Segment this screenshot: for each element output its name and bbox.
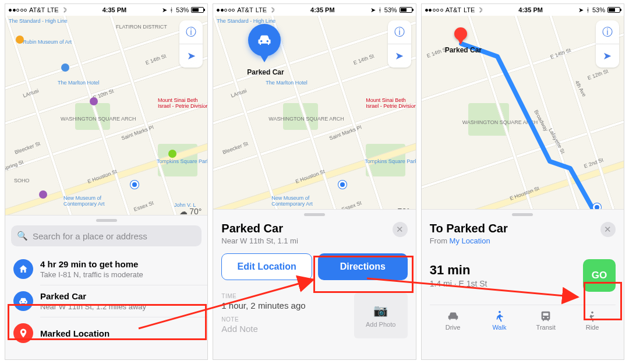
- card-subtitle: Near W 11th St, 1.1 mi: [221, 236, 298, 245]
- sheet-grabber[interactable]: [304, 213, 325, 216]
- from-line: From My Location: [430, 236, 508, 245]
- note-label: NOTE: [221, 316, 348, 323]
- battery-icon: [191, 7, 204, 13]
- screenshot-2: AT&T LTE ☽ 4:35 PM ➤ᚼ 53% The Standard -…: [213, 3, 416, 360]
- mode-drive[interactable]: Drive: [430, 310, 476, 331]
- map-label: WASHINGTON SQUARE ARCH: [61, 116, 136, 122]
- svg-point-1: [591, 312, 593, 314]
- map-view[interactable]: E 14th St E 12th St WASHINGTON SQUARE AR…: [422, 16, 624, 220]
- time-value: 1 hour, 2 minutes ago: [221, 301, 348, 310]
- pin-icon: [13, 323, 33, 343]
- suggestion-title: 4 hr 29 min to get home: [40, 259, 143, 269]
- map-view[interactable]: The Standard - High Line Rubin Museum of…: [5, 16, 207, 220]
- map-label: Mount Sinai Beth Israel - Petrie Divisio…: [366, 97, 415, 109]
- locate-button[interactable]: ➤: [179, 44, 203, 68]
- map-label: Rubin Museum of Art: [23, 39, 72, 45]
- suggestion-marked-location[interactable]: Marked Location: [5, 317, 207, 349]
- directions-card[interactable]: To Parked Car From My Location ✕ 31 min …: [422, 209, 624, 359]
- carrier: AT&T: [29, 6, 45, 13]
- suggestion-parked-car[interactable]: Parked Car Near W 11th St, 1.2 miles awa…: [5, 285, 207, 317]
- map-label: FLATIRON DISTRICT: [116, 24, 167, 30]
- my-location-link[interactable]: My Location: [450, 236, 490, 245]
- svg-point-0: [499, 311, 501, 313]
- card-title: Parked Car: [221, 222, 298, 235]
- destination-pin[interactable]: [454, 27, 467, 40]
- suggestion-sub: Near W 11th St, 1.2 miles away: [40, 302, 146, 311]
- locate-button[interactable]: ➤: [596, 44, 619, 68]
- suggestion-title: Parked Car: [40, 291, 146, 301]
- suggestion-sub: Take I-81 N, traffic is moderate: [40, 270, 143, 279]
- map-label: WASHINGTON SQUARE ARCH: [268, 116, 344, 122]
- car-icon: [13, 291, 33, 311]
- map-label: New Museum of Contemporary Art: [63, 195, 128, 207]
- network: LTE: [47, 6, 58, 13]
- search-input[interactable]: 🔍 Search for a place or address: [11, 225, 202, 246]
- locate-button[interactable]: ➤: [388, 44, 411, 68]
- pin-label: Parked Car: [247, 68, 284, 76]
- map-label: Mount Sinai Beth Israel - Petrie Divisio…: [158, 97, 207, 109]
- clock: 4:35 PM: [103, 6, 127, 13]
- map-controls: ⓘ ➤: [179, 20, 203, 68]
- close-button[interactable]: ✕: [393, 222, 408, 237]
- map-controls: ⓘ ➤: [596, 20, 619, 68]
- poi-icon: [39, 190, 47, 199]
- transport-modes: Drive Walk Transit Ride: [430, 305, 616, 331]
- card-title: To Parked Car: [430, 222, 508, 235]
- map-label: Tompkins Square Park: [365, 158, 415, 164]
- camera-icon: 📷: [373, 303, 388, 317]
- add-photo-button[interactable]: 📷 Add Photo: [354, 293, 408, 338]
- bluetooth-icon: ᚼ: [169, 6, 174, 13]
- screenshot-1: AT&T LTE ☽ 4:35 PM ➤ ᚼ 53%: [5, 3, 208, 360]
- poi-icon: [61, 63, 69, 72]
- info-button[interactable]: ⓘ: [388, 20, 411, 44]
- status-bar: AT&T LTE ☽ 4:35 PM ➤ ᚼ 53%: [5, 4, 207, 16]
- user-location-icon: [130, 181, 139, 189]
- map-view[interactable]: The Standard - High Line The Marlton Hot…: [213, 16, 415, 220]
- trip-detail: 1.4 mi · E 1st St: [430, 279, 487, 288]
- directions-button[interactable]: Directions: [318, 253, 408, 280]
- suggestion-title: Marked Location: [40, 328, 109, 338]
- poi-icon: [90, 97, 98, 105]
- parked-car-pin[interactable]: [248, 24, 281, 56]
- location-icon: ➤: [162, 6, 167, 14]
- mode-walk[interactable]: Walk: [476, 310, 522, 331]
- mode-ride[interactable]: Ride: [569, 310, 616, 331]
- info-button[interactable]: ⓘ: [179, 20, 203, 44]
- bottom-sheet[interactable]: 🔍 Search for a place or address 4 hr 29 …: [5, 215, 207, 359]
- close-button[interactable]: ✕: [600, 222, 616, 237]
- place-card[interactable]: Parked Car Near W 11th St, 1.1 mi ✕ Edit…: [213, 209, 415, 359]
- poi-icon: [168, 150, 176, 158]
- search-icon: 🔍: [17, 231, 28, 241]
- map-label: The Standard - High Line: [217, 18, 275, 24]
- sheet-grabber[interactable]: [512, 213, 533, 216]
- screenshot-3: AT&T LTE ☽ 4:35 PM ➤ᚼ 53% E 14th St E 12…: [421, 3, 624, 360]
- map-controls: ⓘ ➤: [388, 20, 411, 68]
- dnd-icon: ☽: [61, 6, 67, 14]
- sheet-grabber[interactable]: [96, 219, 117, 222]
- pin-label: Parked Car: [445, 46, 482, 54]
- home-icon: [13, 259, 33, 279]
- battery-pct: 53%: [176, 6, 189, 13]
- map-label: Tompkins Square Park: [157, 158, 207, 164]
- mode-transit[interactable]: Transit: [522, 310, 569, 331]
- map-label: The Marlton Hotel: [266, 80, 308, 86]
- map-label: The Standard - High Line: [9, 18, 68, 24]
- status-bar: AT&T LTE ☽ 4:35 PM ➤ᚼ 53%: [213, 4, 415, 16]
- map-label: SOHO: [14, 178, 30, 183]
- map-label: New Museum of Contemporary Art: [271, 195, 335, 207]
- map-label: The Marlton Hotel: [58, 80, 100, 86]
- note-input[interactable]: Add Note: [221, 324, 348, 334]
- search-placeholder: Search for a place or address: [33, 231, 147, 241]
- signal-dots: [9, 9, 27, 12]
- go-button[interactable]: GO: [583, 259, 616, 292]
- status-bar: AT&T LTE ☽ 4:35 PM ➤ᚼ 53%: [422, 4, 624, 16]
- poi-icon: [16, 36, 24, 44]
- time-label: TIME: [221, 293, 348, 299]
- trip-time: 31 min: [430, 263, 487, 278]
- edit-location-button[interactable]: Edit Location: [221, 253, 312, 280]
- info-button[interactable]: ⓘ: [596, 20, 619, 44]
- suggestion-home[interactable]: 4 hr 29 min to get home Take I-81 N, tra…: [5, 253, 207, 285]
